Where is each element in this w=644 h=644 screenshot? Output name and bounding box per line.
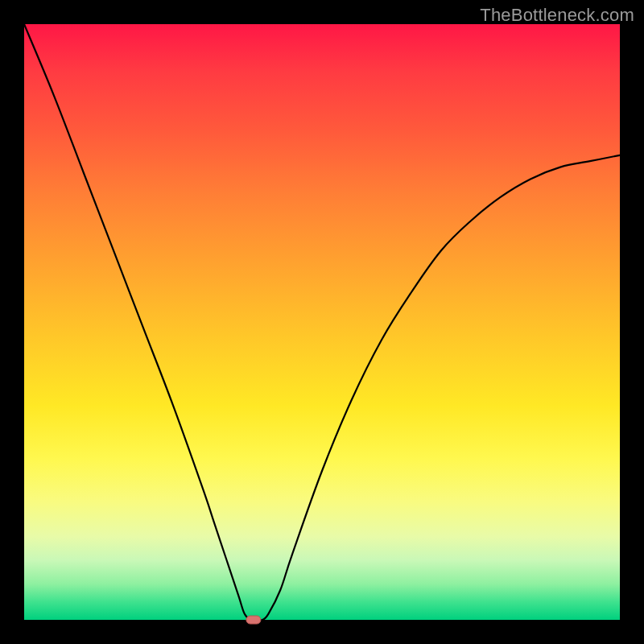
watermark-text: TheBottleneck.com — [480, 5, 634, 26]
bottleneck-curve-path — [24, 24, 620, 621]
minimum-marker — [246, 616, 261, 624]
curve-svg — [24, 24, 620, 620]
plot-area — [24, 24, 620, 620]
chart-frame: TheBottleneck.com — [0, 0, 644, 644]
